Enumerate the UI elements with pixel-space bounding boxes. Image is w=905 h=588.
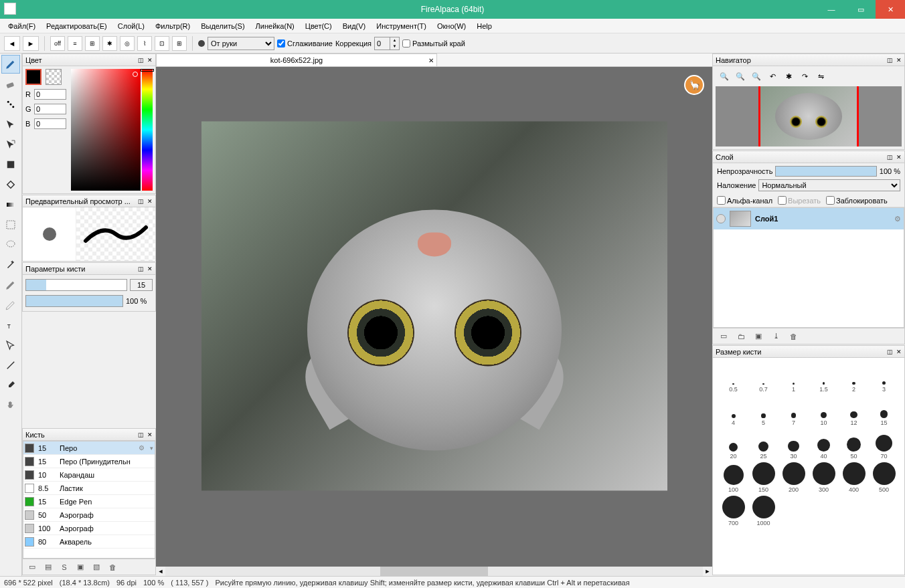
flip-icon[interactable]: ⇋ xyxy=(815,70,827,82)
hue-slider[interactable] xyxy=(142,69,153,191)
snap-settings-button[interactable]: ⊞ xyxy=(172,36,187,51)
eyedropper-tool[interactable] xyxy=(1,376,20,395)
panel-dock-icon[interactable]: ◫ xyxy=(137,265,145,273)
duplicate-layer-icon[interactable]: ▣ xyxy=(753,331,764,342)
menu-tool[interactable]: Инструмент(T) xyxy=(371,21,432,31)
zoom-fit-icon[interactable]: 🔍 xyxy=(750,70,762,82)
document-tab[interactable]: kot-696x522.jpg ✕ xyxy=(156,54,437,66)
brush-list-item[interactable]: 15 Перо ⚙▾ xyxy=(23,442,155,455)
panel-dock-icon[interactable]: ◫ xyxy=(886,153,894,161)
g-input[interactable] xyxy=(34,104,66,114)
brush-size-cell[interactable]: 3 xyxy=(869,361,899,393)
menu-help[interactable]: Help xyxy=(471,21,497,31)
clip-checkbox[interactable] xyxy=(778,196,787,205)
panel-dock-icon[interactable]: ◫ xyxy=(137,197,145,205)
dot-tool[interactable] xyxy=(1,95,20,114)
add-bitmap-brush-icon[interactable]: S xyxy=(59,562,70,573)
brush-list-item[interactable]: 80 Акварель xyxy=(23,535,155,549)
brush-size-cell[interactable]: 700 xyxy=(718,494,748,526)
brush-size-cell[interactable]: 200 xyxy=(778,461,809,493)
rotate-right-icon[interactable]: ↷ xyxy=(799,70,811,82)
bucket-tool[interactable] xyxy=(1,175,20,194)
panel-dock-icon[interactable]: ◫ xyxy=(137,56,145,64)
brush-size-slider[interactable] xyxy=(25,279,127,291)
snap-circle-button[interactable]: ◎ xyxy=(120,36,135,51)
panel-close-icon[interactable]: ✕ xyxy=(146,431,154,439)
menu-edit[interactable]: Редактировать(E) xyxy=(41,21,112,31)
hand-tool[interactable] xyxy=(1,396,20,415)
delete-brush-icon[interactable]: 🗑 xyxy=(107,562,118,573)
add-script-brush-icon[interactable]: ▤ xyxy=(43,562,54,573)
layer-visibility-icon[interactable] xyxy=(716,214,726,223)
brush-list[interactable]: 15 Перо ⚙▾ 15 Перо (Принудительн 10 Кара… xyxy=(23,441,155,559)
panel-close-icon[interactable]: ✕ xyxy=(895,153,903,161)
panel-close-icon[interactable]: ✕ xyxy=(146,56,154,64)
gradient-tool[interactable] xyxy=(1,195,20,214)
brush-size-cell[interactable]: 500 xyxy=(869,461,899,493)
brush-size-cell[interactable]: 12 xyxy=(839,394,869,426)
snap-grid-button[interactable]: ⊞ xyxy=(85,36,100,51)
brush-size-cell[interactable]: 25 xyxy=(748,427,778,460)
horizontal-scrollbar[interactable]: ◄► xyxy=(156,567,712,576)
snap-off-button[interactable]: off xyxy=(50,36,65,51)
antialias-checkbox[interactable] xyxy=(277,39,285,47)
redo-button[interactable]: ► xyxy=(23,36,39,51)
rotate-left-icon[interactable]: ↶ xyxy=(766,70,778,82)
brush-size-cell[interactable]: 2 xyxy=(839,361,869,393)
menu-view[interactable]: Вид(V) xyxy=(337,21,372,31)
menu-layer[interactable]: Слой(L) xyxy=(112,21,150,31)
rotate-reset-icon[interactable]: ✱ xyxy=(783,70,795,82)
sv-picker[interactable] xyxy=(71,69,141,191)
tab-close-icon[interactable]: ✕ xyxy=(428,57,434,64)
layer-opacity-slider[interactable] xyxy=(775,166,876,177)
wand-tool[interactable] xyxy=(1,256,20,274)
brush-size-cell[interactable]: 7 xyxy=(778,394,809,426)
brush-size-cell[interactable]: 300 xyxy=(809,461,839,493)
b-input[interactable] xyxy=(34,118,66,129)
brush-size-cell[interactable]: 40 xyxy=(809,427,839,460)
panel-dock-icon[interactable]: ◫ xyxy=(137,431,145,439)
delete-layer-icon[interactable]: 🗑 xyxy=(788,331,799,342)
brush-size-cell[interactable]: 0.7 xyxy=(748,361,778,393)
brush-size-cell[interactable]: 5 xyxy=(748,394,778,426)
add-brush-icon[interactable]: ▭ xyxy=(27,562,37,573)
firealpaca-badge-icon[interactable]: 🦙 xyxy=(684,75,704,95)
lasso-tool[interactable] xyxy=(1,235,20,254)
brush-list-item[interactable]: 10 Карандаш xyxy=(23,468,155,482)
brush-size-cell[interactable]: 1000 xyxy=(748,494,778,526)
folder-brush-icon[interactable]: ▧ xyxy=(91,562,102,573)
eraser-tool[interactable] xyxy=(1,75,20,94)
merge-layer-icon[interactable]: ⤓ xyxy=(770,331,781,342)
object-tool[interactable] xyxy=(1,336,20,355)
snap-parallel-button[interactable]: ≡ xyxy=(68,36,82,51)
panel-close-icon[interactable]: ✕ xyxy=(895,56,903,64)
foreground-color-swatch[interactable] xyxy=(25,69,42,85)
background-color-swatch[interactable] xyxy=(46,69,62,85)
brush-menu-icon[interactable]: ▾ xyxy=(150,445,153,452)
brush-size-cell[interactable]: 10 xyxy=(809,394,839,426)
undo-button[interactable]: ◄ xyxy=(4,36,20,51)
transform-tool[interactable] xyxy=(1,135,20,154)
brush-size-cell[interactable]: 4 xyxy=(718,394,748,426)
brush-size-cell[interactable]: 100 xyxy=(718,461,748,493)
snap-vanish-button[interactable]: ⊡ xyxy=(155,36,169,51)
select-erase-tool[interactable] xyxy=(1,296,20,314)
layer-settings-icon[interactable]: ⚙ xyxy=(894,215,901,223)
correction-spinner[interactable]: 0▲▼ xyxy=(374,37,400,50)
menu-filter[interactable]: Фильтр(R) xyxy=(150,21,195,31)
brush-list-item[interactable]: 100 Аэрограф xyxy=(23,522,155,535)
divide-tool[interactable] xyxy=(1,356,20,375)
blur-edge-checkbox[interactable] xyxy=(402,39,410,47)
brush-size-cell[interactable]: 70 xyxy=(869,427,899,460)
brush-list-item[interactable]: 8.5 Ластик xyxy=(23,482,155,495)
menu-ruler[interactable]: Линейка(N) xyxy=(250,21,300,31)
snap-curve-button[interactable]: ⌇ xyxy=(137,36,152,51)
panel-close-icon[interactable]: ✕ xyxy=(146,265,154,273)
snap-radial-button[interactable]: ✱ xyxy=(102,36,117,51)
blend-mode-select[interactable]: Нормальный xyxy=(758,179,900,191)
brush-size-cell[interactable]: 20 xyxy=(718,427,748,460)
brush-size-cell[interactable]: 1 xyxy=(778,361,809,393)
close-button[interactable]: ✕ xyxy=(876,0,905,19)
brush-size-value[interactable]: 15 xyxy=(130,279,153,291)
stroke-mode-select[interactable]: От руки xyxy=(208,37,274,50)
